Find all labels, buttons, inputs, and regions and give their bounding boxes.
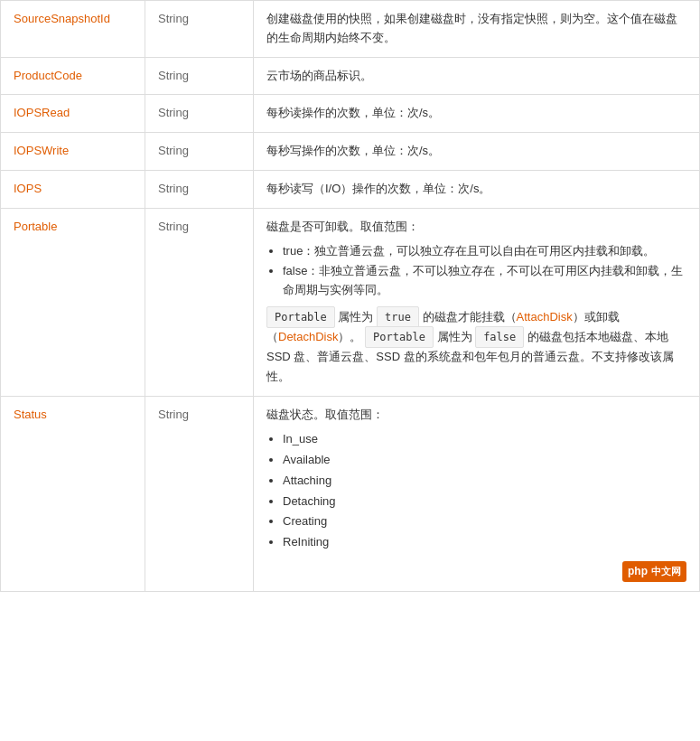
field-desc-status: 磁盘状态。取值范围： In_useAvailableAttachingDetac… bbox=[254, 397, 700, 592]
portable-link-detach: DetachDisk bbox=[278, 330, 338, 343]
portable-text-10: 属性为 bbox=[437, 330, 472, 343]
field-desc-iops-read: 每秒读操作的次数，单位：次/s。 bbox=[254, 95, 700, 133]
status-list-item: Available bbox=[283, 451, 686, 470]
row-product-code: ProductCode String 云市场的商品标识。 bbox=[1, 57, 700, 95]
portable-link-attach: AttachDisk bbox=[517, 310, 573, 324]
row-iops-write: IOPSWrite String 每秒写操作的次数，单位：次/s。 bbox=[1, 133, 700, 171]
field-desc-portable: 磁盘是否可卸载。取值范围： true：独立普通云盘，可以独立存在且可以自由在可用… bbox=[254, 208, 700, 397]
status-list: In_useAvailableAttachingDetachingCreatin… bbox=[283, 430, 686, 552]
field-desc-iops-write: 每秒写操作的次数，单位：次/s。 bbox=[254, 133, 700, 171]
field-type-product-code: String bbox=[145, 57, 254, 95]
field-name-iops: IOPS bbox=[1, 170, 145, 208]
field-name-iops-read: IOPSRead bbox=[1, 95, 145, 133]
row-iops: IOPS String 每秒读写（I/O）操作的次数，单位：次/s。 bbox=[1, 170, 700, 208]
portable-code-1: Portable bbox=[266, 306, 335, 328]
portable-code-9: Portable bbox=[365, 326, 434, 348]
row-status: Status String 磁盘状态。取值范围： In_useAvailable… bbox=[1, 397, 700, 592]
field-name-product-code: ProductCode bbox=[1, 57, 145, 95]
field-name-status: Status bbox=[1, 397, 145, 592]
portable-code-11: false bbox=[475, 326, 524, 348]
php-badge: php 中文网 bbox=[622, 561, 686, 582]
status-list-item: Attaching bbox=[283, 472, 686, 491]
status-list-item: Detaching bbox=[283, 492, 686, 511]
field-name-portable: Portable bbox=[1, 208, 145, 397]
status-list-item: Creating bbox=[283, 512, 686, 531]
status-list-item: ReIniting bbox=[283, 533, 686, 552]
php-badge-cn: 中文网 bbox=[651, 564, 681, 580]
portable-list: true：独立普通云盘，可以独立存在且可以自由在可用区内挂载和卸载。 false… bbox=[283, 242, 686, 300]
field-type-source-snapshot-id: String bbox=[145, 1, 254, 58]
row-portable: Portable String 磁盘是否可卸载。取值范围： true：独立普通云… bbox=[1, 208, 700, 397]
row-source-snapshot-id: SourceSnapshotId String 创建磁盘使用的快照，如果创建磁盘… bbox=[1, 1, 700, 58]
status-list-item: In_use bbox=[283, 430, 686, 449]
field-desc-iops: 每秒读写（I/O）操作的次数，单位：次/s。 bbox=[254, 170, 700, 208]
field-type-iops: String bbox=[145, 170, 254, 208]
portable-text-2: 属性为 bbox=[338, 310, 373, 324]
portable-text-4: 的磁盘才能挂载（ bbox=[423, 310, 517, 324]
portable-text-8: ）。 bbox=[338, 330, 361, 343]
field-type-iops-read: String bbox=[145, 95, 254, 133]
field-desc-product-code: 云市场的商品标识。 bbox=[254, 57, 700, 95]
status-intro: 磁盘状态。取值范围： bbox=[266, 406, 686, 425]
field-type-portable: String bbox=[145, 208, 254, 397]
portable-list-item-false: false：非独立普通云盘，不可以独立存在，不可以在可用区内挂载和卸载，生命周期… bbox=[283, 262, 686, 300]
field-type-status: String bbox=[145, 397, 254, 592]
portable-code-3: true bbox=[377, 306, 419, 328]
row-iops-read: IOPSRead String 每秒读操作的次数，单位：次/s。 bbox=[1, 95, 700, 133]
php-badge-text: php bbox=[628, 563, 648, 580]
portable-intro: 磁盘是否可卸载。取值范围： bbox=[266, 218, 686, 237]
field-type-iops-write: String bbox=[145, 133, 254, 171]
portable-list-item-true: true：独立普通云盘，可以独立存在且可以自由在可用区内挂载和卸载。 bbox=[283, 242, 686, 261]
field-name-source-snapshot-id: SourceSnapshotId bbox=[1, 1, 145, 58]
field-name-iops-write: IOPSWrite bbox=[1, 133, 145, 171]
portable-note: Portable 属性为 true 的磁盘才能挂载（AttachDisk）或卸载… bbox=[266, 307, 686, 387]
field-desc-source-snapshot-id: 创建磁盘使用的快照，如果创建磁盘时，没有指定快照，则为空。这个值在磁盘的生命周期… bbox=[254, 1, 700, 58]
